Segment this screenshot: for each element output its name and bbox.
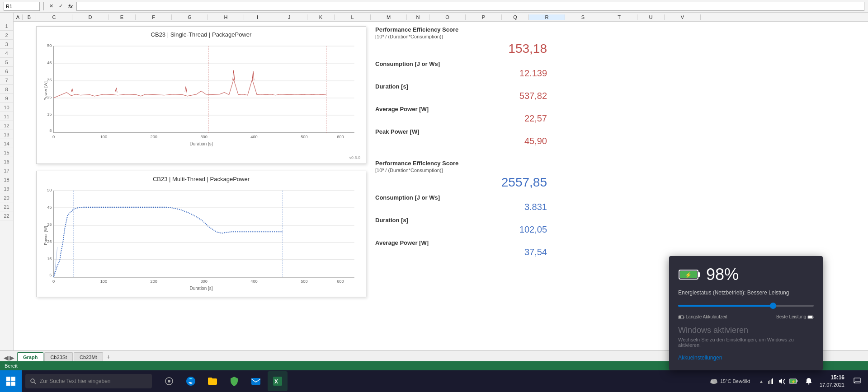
col-header-B[interactable]: B	[23, 14, 36, 20]
row-1[interactable]: 1	[0, 22, 13, 31]
col-header-O[interactable]: O	[429, 14, 466, 20]
svg-rect-72	[768, 381, 769, 384]
col-header-C[interactable]: C	[36, 14, 72, 20]
col-header-A[interactable]: A	[14, 14, 23, 20]
row-6[interactable]: 6	[0, 67, 13, 76]
row-16[interactable]: 16	[0, 157, 13, 166]
fx-icon[interactable]: fx	[68, 4, 73, 9]
security-button[interactable]	[224, 371, 244, 391]
svg-rect-78	[797, 380, 797, 382]
row-4[interactable]: 4	[0, 49, 13, 58]
add-sheet-button[interactable]: +	[104, 352, 113, 361]
formula-bar-separator	[43, 2, 44, 10]
svg-text:0: 0	[52, 279, 55, 284]
row-15[interactable]: 15	[0, 148, 13, 157]
battery-tray-icon[interactable]: ⚡	[789, 378, 798, 384]
row-20[interactable]: 20	[0, 193, 13, 202]
cancel-icon[interactable]: ✕	[49, 3, 53, 9]
notification-center-button[interactable]	[850, 370, 864, 392]
row-10[interactable]: 10	[0, 103, 13, 112]
mail-icon	[250, 376, 261, 387]
start-button[interactable]	[0, 370, 22, 392]
col-header-V[interactable]: V	[665, 14, 701, 20]
battery-high-icon	[807, 314, 814, 320]
row-8[interactable]: 8	[0, 85, 13, 94]
col-header-K[interactable]: K	[307, 14, 335, 20]
formula-input[interactable]	[76, 2, 864, 11]
col-header-F[interactable]: F	[136, 14, 172, 20]
svg-text:300: 300	[200, 135, 207, 139]
row-17[interactable]: 17	[0, 166, 13, 175]
task-view-button[interactable]	[159, 371, 179, 391]
row-14[interactable]: 14	[0, 139, 13, 148]
weather-widget[interactable]: 15°C Bewölkt	[706, 378, 754, 384]
row-2[interactable]: 2	[0, 31, 13, 40]
score-label-top: Performance Efficiency Score	[375, 26, 547, 33]
svg-rect-60	[6, 382, 10, 386]
battery-slider-area[interactable]	[678, 301, 814, 310]
task-view-icon	[165, 377, 174, 386]
svg-text:0: 0	[52, 135, 55, 139]
row-12[interactable]: 12	[0, 121, 13, 130]
row-18[interactable]: 18	[0, 175, 13, 184]
clock-area[interactable]: 15:16 17.07.2021	[816, 374, 848, 388]
col-header-G[interactable]: G	[172, 14, 208, 20]
name-box[interactable]: R1	[4, 2, 40, 11]
network-icon[interactable]	[767, 378, 774, 385]
col-header-L[interactable]: L	[335, 14, 371, 20]
col-header-N[interactable]: N	[407, 14, 429, 20]
avg-power-value-bottom: 37,54	[375, 247, 547, 257]
file-explorer-button[interactable]	[203, 371, 222, 391]
row-9[interactable]: 9	[0, 94, 13, 103]
col-header-Q[interactable]: Q	[502, 14, 529, 20]
notification-icon[interactable]	[805, 378, 812, 385]
volume-icon[interactable]	[778, 378, 785, 385]
consumption-label-bottom: Consumption [J or Ws]	[375, 194, 547, 201]
row-21[interactable]: 21	[0, 202, 13, 211]
col-header-D[interactable]: D	[72, 14, 108, 20]
col-header-R[interactable]: R	[529, 14, 565, 20]
col-header-I[interactable]: I	[244, 14, 271, 20]
akku-settings-link[interactable]: Akkueinstellungen	[678, 355, 722, 361]
row-3[interactable]: 3	[0, 40, 13, 49]
battery-charging-icon: ⚡	[678, 268, 701, 281]
svg-text:100: 100	[100, 279, 107, 284]
scroll-left-icon[interactable]: ◀	[4, 354, 9, 361]
col-header-S[interactable]: S	[565, 14, 601, 20]
taskbar-search[interactable]: Zur Suche Text hier eingeben	[25, 374, 152, 388]
col-header-H[interactable]: H	[208, 14, 244, 20]
row-13[interactable]: 13	[0, 130, 13, 139]
chart-multi-thread[interactable]: CB23 | Multi-Thread | PackagePower 50 45…	[36, 171, 366, 297]
row-19[interactable]: 19	[0, 184, 13, 193]
svg-text:5: 5	[49, 273, 52, 277]
edge-button[interactable]	[181, 371, 201, 391]
consumption-value-bottom: 3.831	[375, 202, 547, 212]
row-11[interactable]: 11	[0, 112, 13, 121]
tab-cb23mt[interactable]: Cb23Mt	[74, 352, 103, 361]
chart-bottom-title: CB23 | Multi-Thread | PackagePower	[37, 171, 366, 185]
battery-slider-thumb[interactable]	[770, 303, 776, 309]
row-22[interactable]: 22	[0, 211, 13, 220]
row-7[interactable]: 7	[0, 76, 13, 85]
windows-watermark: Windows aktivieren	[678, 326, 814, 335]
consumption-label-top: Consumption [J or Ws]	[375, 61, 547, 67]
scroll-right-icon[interactable]: ▶	[9, 354, 14, 361]
expand-tray-icon[interactable]: ▲	[759, 379, 764, 384]
tab-graph[interactable]: Graph	[17, 352, 43, 361]
taskbar-search-icon	[30, 378, 36, 384]
tab-cb23st[interactable]: Cb23St	[44, 352, 73, 361]
confirm-icon[interactable]: ✓	[59, 3, 63, 9]
col-header-P[interactable]: P	[466, 14, 502, 20]
excel-button[interactable]: X	[268, 371, 288, 391]
row-5[interactable]: 5	[0, 58, 13, 67]
chart-single-thread[interactable]: CB23 | Single-Thread | PackagePower 50 4…	[36, 26, 366, 164]
col-header-E[interactable]: E	[108, 14, 136, 20]
taskbar: Zur Suche Text hier eingeben	[0, 370, 868, 392]
col-header-J[interactable]: J	[271, 14, 307, 20]
col-header-T[interactable]: T	[601, 14, 637, 20]
col-header-M[interactable]: M	[371, 14, 407, 20]
windows-logo-icon	[6, 377, 15, 386]
mail-button[interactable]	[246, 371, 266, 391]
col-header-U[interactable]: U	[637, 14, 665, 20]
svg-point-65	[168, 380, 170, 383]
